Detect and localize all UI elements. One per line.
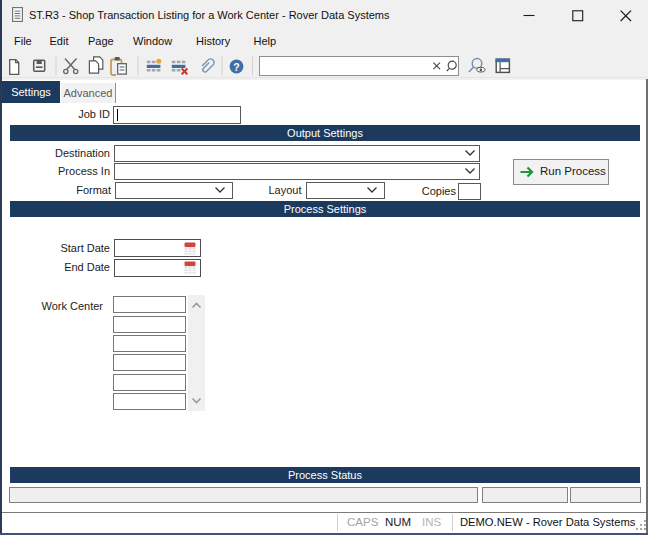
svg-text:?: ? — [233, 61, 239, 73]
